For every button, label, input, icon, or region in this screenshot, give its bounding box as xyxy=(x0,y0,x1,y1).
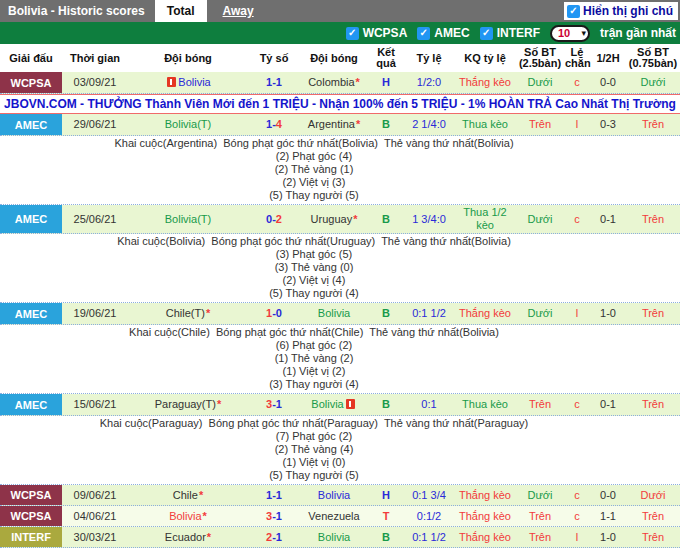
home-team-cell: Chile* xyxy=(128,488,248,503)
odd-even-cell: l xyxy=(564,306,590,321)
match-date: 19/06/21 xyxy=(62,306,128,321)
checkbox-checked-icon[interactable]: ✓ xyxy=(346,27,359,40)
match-row: WCPSA09/06/21Chile*1-1BoliviaH0:1 3/4Thắ… xyxy=(0,485,680,506)
match-detail-block: Khai cuộc(Argentina) Bóng phạt góc thứ n… xyxy=(0,136,680,205)
detail-stat-line: (3) Thẻ vàng (0) xyxy=(0,261,628,274)
halftime-score-cell: 0-1 xyxy=(590,212,626,227)
show-notes-toggle[interactable]: ✓ Hiển thị ghi chú xyxy=(564,2,678,20)
league-filter-interf[interactable]: ✓INTERF xyxy=(480,26,540,40)
result-cell: B xyxy=(368,212,404,227)
detail-stat-line: (2) Thẻ vàng (4) xyxy=(0,443,628,456)
star-marker: * xyxy=(217,398,221,410)
home-team-name[interactable]: Bolivia(T) xyxy=(165,213,211,225)
match-row: WCPSA03/09/21Bolivia1-1Colombia*H1/2:0Th… xyxy=(0,72,680,94)
checkbox-checked-icon[interactable]: ✓ xyxy=(567,5,580,18)
detail-stat-line: (7) Phạt góc (2) xyxy=(0,430,628,443)
over-under-0_75-cell: Trên xyxy=(626,212,680,227)
column-header-2: Thời gian xyxy=(62,50,128,67)
halftime-score-cell: 0-0 xyxy=(590,75,626,90)
recent-count-select[interactable]: 10 xyxy=(550,25,590,42)
handicap-odds-cell: 0:1 1/2 xyxy=(404,306,454,321)
detail-stat-line: (2) Thẻ vàng (1) xyxy=(0,163,628,176)
table-body: WCPSA03/09/21Bolivia1-1Colombia*H1/2:0Th… xyxy=(0,72,680,548)
score-cell: 1-0 xyxy=(248,306,300,321)
score-cell: 3-1 xyxy=(248,397,300,412)
home-team-name[interactable]: Bolivia xyxy=(169,510,201,522)
column-header-3: Đội bóng xyxy=(128,50,248,67)
match-date: 29/06/21 xyxy=(62,117,128,132)
tab-away[interactable]: Away xyxy=(211,0,266,22)
odd-even-cell: c xyxy=(564,75,590,90)
column-header-7: Tỷ lệ xyxy=(404,50,454,67)
halftime-score-cell: 0-1 xyxy=(590,397,626,412)
column-header-12: Số BT (0.75bàn) xyxy=(626,44,680,72)
score-cell: 3-1 xyxy=(248,509,300,524)
column-header-5: Đội bóng xyxy=(300,50,368,67)
match-date: 30/03/21 xyxy=(62,530,128,545)
ad-link[interactable]: JBOVN.COM - THƯỞNG Thành Viên Mới đến 1 … xyxy=(4,97,676,111)
away-team-name[interactable]: Venezuela xyxy=(308,510,359,522)
detail-stat-line: (2) Phạt góc (4) xyxy=(0,150,628,163)
league-filter-amec[interactable]: ✓AMEC xyxy=(417,26,469,40)
star-marker: * xyxy=(356,118,360,130)
home-team-name[interactable]: Chile xyxy=(173,489,198,501)
away-team-name[interactable]: Uruguay xyxy=(311,213,353,225)
star-marker: * xyxy=(206,307,210,319)
home-team-name[interactable]: Bolivia(T) xyxy=(165,118,211,130)
home-team-name[interactable]: Chile(T) xyxy=(166,307,205,319)
away-team-cell: Venezuela xyxy=(300,509,368,524)
over-under-0_75-cell: Trên xyxy=(626,509,680,524)
show-notes-label: Hiển thị ghi chú xyxy=(583,4,673,18)
result-cell: B xyxy=(368,397,404,412)
away-score: 1 xyxy=(276,76,282,88)
over-under-2_5-cell: Trên xyxy=(516,397,564,412)
away-team-name[interactable]: Colombia xyxy=(308,76,354,88)
checkbox-checked-icon[interactable]: ✓ xyxy=(417,27,430,40)
away-team-cell: Bolivia xyxy=(300,397,368,412)
match-date: 03/09/21 xyxy=(62,75,128,90)
score-cell: 1-4 xyxy=(248,117,300,132)
column-header-9: Số BT (2.5bàn) xyxy=(516,44,564,72)
home-team-name[interactable]: Ecuador xyxy=(165,531,206,543)
column-header-6: Kết quả xyxy=(368,44,404,72)
over-under-2_5-cell: Dưới xyxy=(516,75,564,90)
handicap-odds-cell: 1 3/4:0 xyxy=(404,212,454,227)
match-date: 04/06/21 xyxy=(62,509,128,524)
league-filter-wcpsa[interactable]: ✓WCPSA xyxy=(346,26,408,40)
injury-icon xyxy=(346,399,355,409)
tab-total[interactable]: Total xyxy=(155,0,207,22)
table-header: Giải đấuThời gianĐội bóngTỷ sốĐội bóngKế… xyxy=(0,44,680,72)
odd-even-cell: c xyxy=(564,212,590,227)
star-marker: * xyxy=(353,213,357,225)
home-team-cell: Ecuador* xyxy=(128,530,248,545)
away-team-name[interactable]: Bolivia xyxy=(318,489,350,501)
handicap-odds-cell: 0:1/2 xyxy=(404,509,454,524)
league-badge: AMEC xyxy=(0,114,62,135)
halftime-score-cell: 0-0 xyxy=(590,488,626,503)
halftime-score-cell: 1-0 xyxy=(590,306,626,321)
away-team-cell: Bolivia xyxy=(300,306,368,321)
result-cell: H xyxy=(368,488,404,503)
score-cell: 1-1 xyxy=(248,75,300,90)
checkbox-checked-icon[interactable]: ✓ xyxy=(480,27,493,40)
page-title: Bolivia - Historic scores xyxy=(0,4,155,18)
detail-stat-line: (6) Phạt góc (2) xyxy=(0,339,628,352)
away-team-name[interactable]: Argentina xyxy=(308,118,355,130)
over-under-2_5-cell: Dưới xyxy=(516,488,564,503)
home-team-cell: Bolivia xyxy=(128,75,248,90)
league-filter-bar: ✓WCPSA✓AMEC✓INTERF 10 ▾ trận gần nhất xyxy=(0,22,680,44)
away-team-name[interactable]: Bolivia xyxy=(311,398,343,410)
home-team-name[interactable]: Paraguay(T) xyxy=(155,398,216,410)
star-marker: * xyxy=(199,489,203,501)
home-team-name[interactable]: Bolivia xyxy=(178,76,210,88)
over-under-0_75-cell: Trên xyxy=(626,397,680,412)
odds-result-cell: Thua kèo xyxy=(454,117,516,132)
result-cell: B xyxy=(368,306,404,321)
match-detail-block: Khai cuộc(Bolivia) Bóng phạt góc thứ nhấ… xyxy=(0,234,680,303)
away-team-name[interactable]: Bolivia xyxy=(318,307,350,319)
detail-stat-line: (3) Thay người (4) xyxy=(0,378,628,391)
away-team-name[interactable]: Bolivia xyxy=(318,531,350,543)
away-team-cell: Colombia* xyxy=(300,75,368,90)
away-score: 2 xyxy=(276,213,282,225)
over-under-0_75-cell: Trên xyxy=(626,530,680,545)
